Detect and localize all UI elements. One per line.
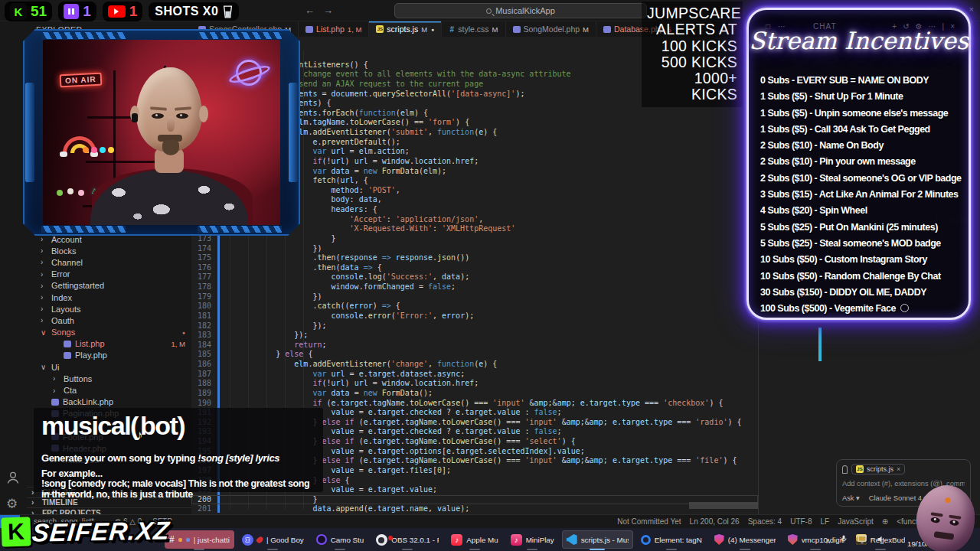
- code-line-185[interactable]: 185 } else {: [191, 350, 758, 360]
- taskbar-item-camo-stu[interactable]: Camo Stu: [312, 530, 369, 549]
- nav-back-icon[interactable]: ←: [305, 5, 315, 16]
- explorer-item-Buttons[interactable]: ›Buttons: [27, 373, 191, 384]
- frame-decoration: [25, 83, 34, 182]
- on-air-sign: ON AIR: [60, 73, 102, 88]
- microphone-icon[interactable]: [839, 533, 848, 547]
- status-item[interactable]: LF: [821, 517, 830, 526]
- musicalbot-example: !song [comedy rock; male vocals] This is…: [41, 479, 315, 500]
- incentive-item: 5 Subs ($25) - Steal someone's MOD badge: [760, 236, 964, 252]
- code-line-174[interactable]: 174 }): [191, 244, 758, 254]
- status-item[interactable]: ⊕: [882, 517, 888, 526]
- code-line-183[interactable]: 183 });: [191, 331, 758, 341]
- shots-counter: SHOTS X0: [149, 2, 239, 21]
- status-item[interactable]: JavaScript: [838, 517, 874, 526]
- code-line-182[interactable]: 182 });: [191, 321, 758, 331]
- search-value: MusicalKickApp: [495, 6, 555, 15]
- kick-icon: K: [10, 3, 27, 20]
- explorer-item-Layouts[interactable]: ›Layouts: [27, 303, 191, 315]
- explorer-item-Index[interactable]: ›Index: [27, 292, 191, 303]
- code-line-178[interactable]: 178 window.formChanged = false;: [191, 282, 758, 292]
- panel-scrollbar[interactable]: [818, 328, 822, 361]
- explorer-item-BackLink.php[interactable]: BackLink.php: [27, 396, 191, 408]
- code-line-189[interactable]: 189 var data = new FormData();: [191, 389, 758, 399]
- explorer-item-Cta[interactable]: ›Cta: [27, 384, 191, 396]
- php-file-icon: [51, 399, 59, 406]
- settings-gear-icon[interactable]: ⚙: [6, 496, 18, 512]
- explorer-item-Oauth[interactable]: ›Oauth: [27, 315, 191, 326]
- code-line-190[interactable]: 190 if (e.target.tagName.toLowerCase() =…: [191, 399, 758, 409]
- incentive-item: 1 Subs ($5) - Call 304 Ask To Get Pegged: [760, 122, 964, 138]
- code-line-187[interactable]: 187 var url = e.target.dataset.async;: [191, 370, 758, 380]
- incentive-item: 0 Subs - EVERY SUB = NAME ON BODY: [760, 73, 964, 89]
- status-item[interactable]: Ln 200, Col 26: [690, 517, 740, 526]
- code-line-201[interactable]: 201 data.append(e.target.name, value);: [191, 504, 758, 514]
- taskbar-item-obs-32-0-1-port[interactable]: OBS 32.0.1 - Port: [371, 530, 443, 549]
- jumpscare-line: 500 KICKS: [647, 54, 737, 70]
- incentives-title: Stream Incentives: [749, 27, 969, 54]
- stream-stat-twitch: 1: [58, 2, 96, 21]
- nav-forward-icon[interactable]: →: [323, 5, 333, 16]
- explorer-item-Songs[interactable]: ∨Songs●: [27, 327, 191, 338]
- taskbar-item-element-tagnam[interactable]: Element: tagNam: [636, 530, 707, 549]
- tray-expand-icon[interactable]: ∧: [825, 536, 831, 545]
- explorer-item-Blocks[interactable]: ›Blocks: [27, 245, 191, 256]
- tab-scripts.js[interactable]: JSscripts.jsM●: [369, 21, 442, 37]
- incentive-item: 1 Subs ($5) - Shut Up For 1 Minute: [760, 89, 964, 105]
- tab-SongModel.php[interactable]: SongModel.phpM: [506, 21, 596, 37]
- accounts-icon[interactable]: [5, 470, 21, 488]
- tab-style.css[interactable]: #style.cssM: [442, 21, 505, 37]
- taskbar-item--just-chatti[interactable]: #| just-chatti: [165, 530, 234, 549]
- code-line-175[interactable]: 175 .then(response => response.json()): [191, 253, 758, 263]
- incentive-item: 4 Subs ($20) - Spin Wheel: [760, 203, 964, 219]
- code-line-188[interactable]: 188 if(!url) url = window.location.href;: [191, 379, 758, 389]
- speaker-icon[interactable]: [876, 533, 887, 547]
- explorer-item-Play.php[interactable]: Play.php: [27, 350, 191, 361]
- display-icon[interactable]: [857, 533, 867, 547]
- explorer-item-Error[interactable]: ›Error: [27, 269, 191, 280]
- musicalbot-logo: musical(♪bot): [41, 411, 315, 450]
- tab-List.php[interactable]: List.php1, M: [299, 21, 369, 37]
- status-item[interactable]: Spaces: 4: [748, 517, 782, 526]
- attach-icon[interactable]: [842, 465, 848, 474]
- youtube-icon: [108, 5, 126, 18]
- code-line-176[interactable]: 176 .then(data => {: [191, 263, 758, 273]
- remove-chip-icon[interactable]: ×: [897, 465, 900, 473]
- taskbar-items: #| just-chatti| Good BoyCamo StuOBS 32.0…: [165, 530, 910, 549]
- kick-logo-icon: K: [1, 517, 31, 546]
- code-line-180[interactable]: 180 .catch((error) => {: [191, 302, 758, 311]
- horizontal-scrollbar[interactable]: [689, 502, 758, 509]
- code-line-179[interactable]: 179 }): [191, 292, 758, 302]
- explorer-item-Ui[interactable]: ∨Ui: [27, 361, 191, 373]
- miniplayer-icon: ♪: [511, 534, 522, 546]
- code-line-184[interactable]: 184 return;: [191, 341, 758, 350]
- close-button[interactable]: ×: [969, 5, 974, 14]
- code-line-186[interactable]: 186 elm.addEventListener('change', funct…: [191, 360, 758, 370]
- taskbar-item--good-boy[interactable]: | Good Boy: [237, 530, 309, 549]
- discord-icon: [242, 534, 253, 546]
- code-line-181[interactable]: 181 console.error('Error:', error);: [191, 311, 758, 321]
- taskbar-item-apple-mu[interactable]: ♪Apple Mu: [446, 530, 502, 549]
- stream-stat-kick: K51: [5, 2, 52, 21]
- taskbar-item--4-messenger-f[interactable]: (4) Messenger | F: [710, 530, 780, 549]
- php-file-icon: [64, 341, 71, 347]
- musicalbot-overlay: musical(♪bot) Generate your own song by …: [34, 408, 323, 492]
- php-file-icon: [603, 26, 611, 33]
- jumpscare-line: 1000+ KICKS: [647, 70, 737, 103]
- frame-decoration: [41, 226, 126, 233]
- chat-mode-dropdown[interactable]: Ask ▾: [842, 494, 860, 502]
- taskbar-item-scripts-js-mus[interactable]: scripts.js - Mus: [562, 530, 633, 549]
- taskbar-item-miniplay[interactable]: ♪MiniPlay: [506, 530, 559, 549]
- command-center-search[interactable]: MusicalKickApp: [394, 3, 647, 18]
- status-item[interactable]: UTF-8: [790, 517, 812, 526]
- code-line-177[interactable]: 177 console.log('Success:', data);: [191, 272, 758, 282]
- recording-dot: [388, 536, 393, 540]
- channel-hash-icon: #: [169, 534, 175, 545]
- explorer-item-Channel[interactable]: ›Channel: [27, 256, 191, 268]
- explorer-item-List.php[interactable]: List.php1, M: [27, 338, 191, 350]
- explorer-item-Gettingstarted[interactable]: ›Gettingstarted: [27, 280, 191, 292]
- apple-music-icon: ♪: [451, 534, 462, 546]
- incentive-item: 2 Subs ($10) - Name On Body: [760, 138, 964, 154]
- context-chip[interactable]: JS scripts.js ×: [851, 464, 905, 474]
- js-file-icon: JS: [376, 25, 384, 33]
- status-item[interactable]: Not Committed Yet: [617, 517, 681, 526]
